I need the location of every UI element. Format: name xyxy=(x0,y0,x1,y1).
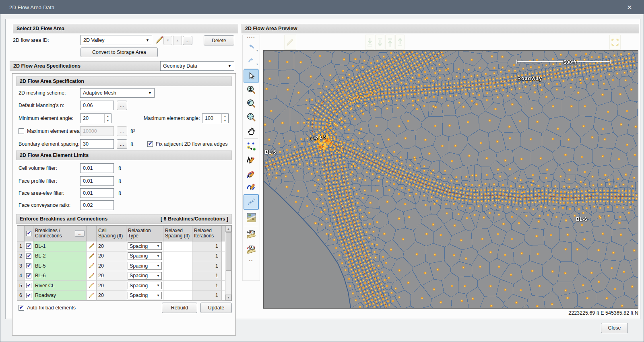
relaxation-type-combo[interactable]: Spacing▼ xyxy=(128,272,162,280)
table-row[interactable]: 3 BL-5 20 Spacing▼ 1 xyxy=(17,261,231,271)
limit-unit: ft xyxy=(118,163,121,173)
rename-pencil-icon[interactable] xyxy=(155,36,164,44)
edit-curve-tool-button[interactable] xyxy=(244,181,259,194)
edit-pencil-icon[interactable] xyxy=(87,241,97,251)
max-angle-stepper[interactable]: 100 ▲▼ xyxy=(202,113,229,123)
zoom-in-out-tool-button[interactable] xyxy=(244,83,259,97)
convert-to-storage-button[interactable]: Convert to Storage Area xyxy=(80,47,158,57)
background-imagery-button[interactable] xyxy=(244,210,259,225)
table-row[interactable]: 5 River CL 20 Spacing▼ 1 xyxy=(17,281,231,291)
col-name: Breaklines / Connections xyxy=(35,228,70,239)
close-icon[interactable]: ✕ xyxy=(624,3,635,12)
edit-pencil-icon[interactable] xyxy=(87,291,97,301)
boundary-spacing-ellipsis-button[interactable]: ... xyxy=(117,139,127,149)
fix-edges-checkbox[interactable] xyxy=(147,141,153,147)
delete-button[interactable]: Delete xyxy=(204,35,234,45)
redo-button[interactable]: ▼ xyxy=(244,54,259,67)
map-label-bl5: BL-5 xyxy=(265,149,276,155)
boundary-spacing-label: Boundary element spacing: xyxy=(19,139,79,149)
content-panel: Select 2D Flow Area 2D flow area ID: 2D … xyxy=(5,19,640,319)
mesh-preview-map[interactable]: 500 ft Roadway BL-5 BL-6 r #2 1 3 xyxy=(263,50,638,309)
ellipsis-icon: ... xyxy=(186,38,190,43)
zoom-extents-tool-button[interactable] xyxy=(244,110,259,124)
scroll-down-icon: ▼ xyxy=(225,295,231,301)
col-relaxed-iterations: Relaxed Iterations xyxy=(192,226,222,241)
spec-header: 2D Flow Area Specification xyxy=(16,76,232,86)
chevron-down-icon: ▼ xyxy=(146,38,149,42)
max-area-input[interactable]: 10000 xyxy=(80,126,114,136)
breaklines-table-body: 1 BL-1 20 Spacing▼ 1 2 B xyxy=(17,241,231,301)
row-checkbox xyxy=(26,243,31,249)
measure-area-tool-button[interactable]: A xyxy=(244,242,259,258)
limit-input[interactable]: 0.01 xyxy=(80,176,114,186)
relaxation-type-combo[interactable]: Spacing▼ xyxy=(128,282,162,289)
table-row[interactable]: 6 Roadway 20 Spacing▼ 1 xyxy=(17,291,231,301)
select-tool-button[interactable] xyxy=(244,69,259,83)
col-cell-spacing: Cell Spacing (ft) xyxy=(97,226,126,241)
measure-distance-tool-button[interactable]: D xyxy=(244,227,259,242)
relaxation-type-combo[interactable]: Spacing▼ xyxy=(128,242,162,250)
enforce-breaklines-tool-button[interactable] xyxy=(244,194,259,210)
limit-label: Face profile filter: xyxy=(19,176,57,186)
edit-arc-tool-button[interactable] xyxy=(244,167,259,181)
flow-area-id-combo[interactable]: 2D Valley ▼ xyxy=(80,35,152,45)
table-row[interactable]: 4 BL-6 20 Spacing▼ 1 xyxy=(17,271,231,281)
table-row[interactable]: 2 BL-2 20 Spacing▼ 1 xyxy=(17,251,231,262)
spec-mode-combo[interactable]: Geometry Data ▼ xyxy=(160,61,234,71)
meshing-scheme-combo[interactable]: Adaptive Mesh ▼ xyxy=(80,88,155,98)
spin-up-icon: ▲ xyxy=(105,114,111,118)
table-row[interactable]: 1 BL-1 20 Spacing▼ 1 xyxy=(17,241,231,251)
move-down-one-button[interactable] xyxy=(375,35,384,50)
table-header-row: Breaklines / Connections ... Cell Spacin… xyxy=(17,226,231,241)
zoom-full-extent-button[interactable] xyxy=(609,35,621,50)
edit-pencil-icon[interactable] xyxy=(87,281,97,290)
max-area-checkbox[interactable] xyxy=(19,128,24,134)
pan-hand-tool-button[interactable] xyxy=(244,124,259,138)
manning-ellipsis-button[interactable]: ... xyxy=(117,101,127,110)
edit-polyline-tool-button[interactable] xyxy=(244,153,259,167)
move-down-button[interactable] xyxy=(365,35,374,50)
close-button[interactable]: Close xyxy=(601,323,628,333)
relaxation-type-combo[interactable]: Spacing▼ xyxy=(128,252,162,260)
col-relaxed-spacing: Relaxed Spacing (ft) xyxy=(163,226,192,241)
add-points-tool-button[interactable] xyxy=(244,140,259,153)
toolbar-grip[interactable]: •• xyxy=(249,259,253,263)
table-scrollbar[interactable]: ▲ ▼ xyxy=(225,226,231,301)
update-button[interactable]: Update xyxy=(200,303,232,313)
relaxation-type-combo[interactable]: Spacing▼ xyxy=(128,292,162,299)
mesh-canvas[interactable] xyxy=(264,51,638,308)
edit-pencil-icon[interactable] xyxy=(87,261,97,271)
zoom-previous-tool-button[interactable] xyxy=(244,97,259,110)
specifications-bar: 2D Flow Area Specifications xyxy=(10,61,160,71)
element-limits-header: 2D Flow Area Element Limits xyxy=(16,150,232,160)
move-up-one-button[interactable] xyxy=(385,35,394,50)
area-next-button[interactable]: ▲ xyxy=(173,36,182,45)
area-prev-button[interactable]: ▼ xyxy=(163,36,172,45)
toolbar-grip[interactable]: •••• xyxy=(247,36,256,40)
limit-input[interactable]: 0.01 xyxy=(80,188,114,198)
manning-input[interactable]: 0.06 xyxy=(80,101,114,110)
area-list-ellipsis-button[interactable]: ... xyxy=(183,36,192,45)
flow-area-id-label: 2D flow area ID: xyxy=(13,35,49,45)
autofix-checkbox[interactable] xyxy=(19,305,24,311)
limit-input[interactable]: 0.02 xyxy=(80,200,114,210)
window-title: 2D Flow Area Data xyxy=(0,4,55,10)
relaxation-type-combo[interactable]: Spacing▼ xyxy=(128,262,162,270)
edit-geometry-pencil-button[interactable] xyxy=(284,35,296,50)
undo-button[interactable]: ▼ xyxy=(244,40,259,54)
limit-unit: ft xyxy=(118,176,121,186)
row-checkbox xyxy=(26,263,31,268)
edit-pencil-icon[interactable] xyxy=(87,271,97,281)
rebuild-button[interactable]: Rebuild xyxy=(162,303,197,313)
limit-input[interactable]: 0.01 xyxy=(80,163,114,173)
boundary-spacing-input[interactable]: 30 xyxy=(80,139,114,149)
title-bar[interactable]: 2D Flow Area Data ✕ xyxy=(0,0,644,14)
breaklines-ellipsis-button[interactable]: ... xyxy=(75,230,85,237)
chevron-down-icon: ▼ xyxy=(157,254,160,258)
move-up-button[interactable] xyxy=(395,35,405,50)
chevron-down-icon: ▼ xyxy=(157,294,160,297)
max-area-ellipsis-button[interactable]: ... xyxy=(117,126,127,136)
edit-pencil-icon[interactable] xyxy=(87,251,97,261)
scale-label: 500 ft xyxy=(564,60,577,65)
min-angle-stepper[interactable]: 20 ▲▼ xyxy=(80,113,111,123)
